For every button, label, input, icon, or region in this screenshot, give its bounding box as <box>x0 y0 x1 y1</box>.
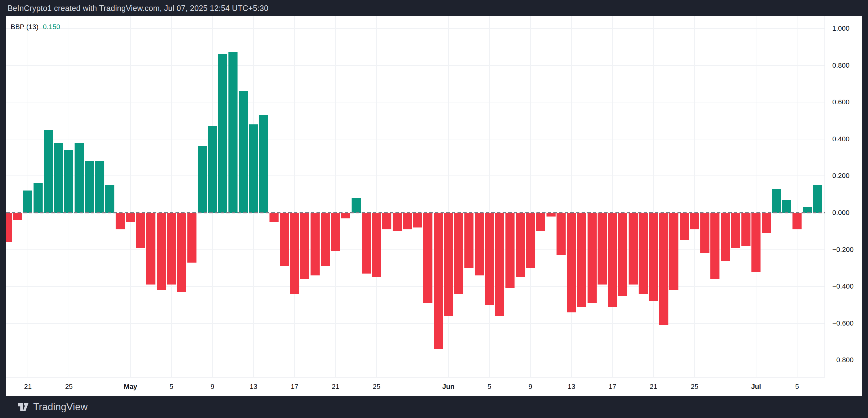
bbp-bar[interactable] <box>608 213 617 307</box>
bbp-bar[interactable] <box>782 200 791 213</box>
price-axis-label: 0.200 <box>832 172 849 179</box>
bbp-bar[interactable] <box>167 213 176 285</box>
bbp-bar[interactable] <box>793 213 802 229</box>
bbp-bar[interactable] <box>300 213 309 279</box>
bbp-bar[interactable] <box>721 213 730 261</box>
bbp-bar[interactable] <box>249 124 258 213</box>
bbp-bar[interactable] <box>423 213 432 303</box>
bbp-bar[interactable] <box>403 213 412 229</box>
bbp-bar[interactable] <box>669 213 678 290</box>
bbp-bar[interactable] <box>341 213 350 218</box>
bbp-bar[interactable] <box>34 183 42 213</box>
bbp-bar[interactable] <box>116 213 125 229</box>
bbp-bar[interactable] <box>710 213 719 279</box>
bbp-bar[interactable] <box>516 213 525 277</box>
horizontal-gridline <box>6 323 825 324</box>
plot-area[interactable] <box>6 16 825 378</box>
bbp-bar[interactable] <box>95 161 104 213</box>
bbp-bar[interactable] <box>218 54 227 213</box>
bbp-bar[interactable] <box>187 213 196 263</box>
bbp-bar[interactable] <box>382 213 392 229</box>
bbp-bar[interactable] <box>208 126 217 213</box>
bbp-bar[interactable] <box>105 185 114 213</box>
bbp-bar[interactable] <box>813 185 822 213</box>
bbp-bar[interactable] <box>157 213 166 290</box>
horizontal-gridline <box>6 65 825 66</box>
bbp-bar[interactable] <box>311 213 320 276</box>
bbp-bar[interactable] <box>259 115 268 213</box>
tradingview-brand-label: TradingView <box>33 401 88 413</box>
price-axis-label: 0.400 <box>832 136 849 142</box>
price-axis-label: −0.800 <box>832 357 854 363</box>
bbp-bar[interactable] <box>372 213 381 277</box>
bbp-bar[interactable] <box>731 213 740 248</box>
price-axis-label: −0.400 <box>832 283 854 290</box>
time-axis[interactable]: 2125May5913172125Jun5913172125Jul5 <box>6 377 825 396</box>
bbp-bar[interactable] <box>557 213 566 255</box>
bbp-bar[interactable] <box>475 213 484 276</box>
time-axis-label: 9 <box>529 383 532 390</box>
bbp-bar[interactable] <box>772 189 781 213</box>
bbp-bar[interactable] <box>444 213 453 316</box>
bbp-bar[interactable] <box>74 143 84 213</box>
bbp-bar[interactable] <box>618 213 627 296</box>
bbp-bar[interactable] <box>464 213 473 268</box>
bbp-bar[interactable] <box>146 213 155 285</box>
time-axis-label: 21 <box>650 383 657 390</box>
bbp-bar[interactable] <box>321 213 330 266</box>
bbp-bar[interactable] <box>577 213 586 307</box>
bbp-bar[interactable] <box>567 213 576 312</box>
tradingview-screenshot: BeInCrypto1 created with TradingView.com… <box>0 0 868 418</box>
bbp-bar[interactable] <box>588 213 597 303</box>
bbp-bar[interactable] <box>280 213 289 266</box>
bbp-bar[interactable] <box>659 213 669 325</box>
bbp-bar[interactable] <box>751 213 761 272</box>
bbp-bar[interactable] <box>6 213 12 242</box>
bbp-bar[interactable] <box>597 213 607 285</box>
bbp-bar[interactable] <box>290 213 299 294</box>
bbp-bar[interactable] <box>270 213 279 222</box>
bbp-bar[interactable] <box>639 213 648 294</box>
bbp-bar[interactable] <box>351 198 361 213</box>
bbp-bar[interactable] <box>362 213 371 274</box>
bbp-bar[interactable] <box>680 213 689 240</box>
bbp-bar[interactable] <box>239 91 248 213</box>
bbp-bar[interactable] <box>536 213 545 231</box>
price-axis[interactable]: 1.0000.8000.6000.4000.2000.000−0.200−0.4… <box>825 16 862 378</box>
indicator-legend[interactable]: BBP (13) 0.150 <box>11 23 60 31</box>
bbp-bar[interactable] <box>505 213 515 288</box>
price-axis-label: 0.000 <box>832 209 849 216</box>
bbp-bar[interactable] <box>13 213 22 220</box>
bbp-bar[interactable] <box>762 213 771 233</box>
tradingview-brand-link[interactable]: TradingView <box>0 401 88 413</box>
bbp-bar[interactable] <box>44 130 53 213</box>
bbp-bar[interactable] <box>177 213 186 292</box>
horizontal-gridline <box>6 28 825 29</box>
bbp-bar[interactable] <box>228 52 238 213</box>
bbp-bar[interactable] <box>393 213 402 231</box>
bbp-bar[interactable] <box>126 213 135 222</box>
bbp-bar[interactable] <box>434 213 443 349</box>
bbp-bar[interactable] <box>629 213 638 285</box>
watermark-title: BeInCrypto1 created with TradingView.com… <box>0 4 269 13</box>
bbp-bar[interactable] <box>331 213 340 251</box>
time-axis-label: 5 <box>169 383 173 390</box>
bbp-bar[interactable] <box>198 146 207 213</box>
time-axis-label: May <box>124 383 137 390</box>
bbp-bar[interactable] <box>495 213 504 316</box>
bbp-bar[interactable] <box>136 213 145 248</box>
bbp-bar[interactable] <box>700 213 709 253</box>
bbp-bar[interactable] <box>690 213 699 229</box>
zero-line <box>6 212 825 214</box>
bbp-bar[interactable] <box>64 150 73 213</box>
bbp-bar[interactable] <box>454 213 463 294</box>
bbp-bar[interactable] <box>485 213 494 305</box>
bbp-bar[interactable] <box>54 143 63 213</box>
bbp-bar[interactable] <box>23 191 32 213</box>
bbp-bar[interactable] <box>741 213 750 246</box>
time-axis-label: 5 <box>795 383 799 390</box>
bbp-bar[interactable] <box>413 213 422 227</box>
bbp-bar[interactable] <box>85 161 94 213</box>
bbp-bar[interactable] <box>526 213 535 268</box>
bbp-bar[interactable] <box>649 213 658 301</box>
